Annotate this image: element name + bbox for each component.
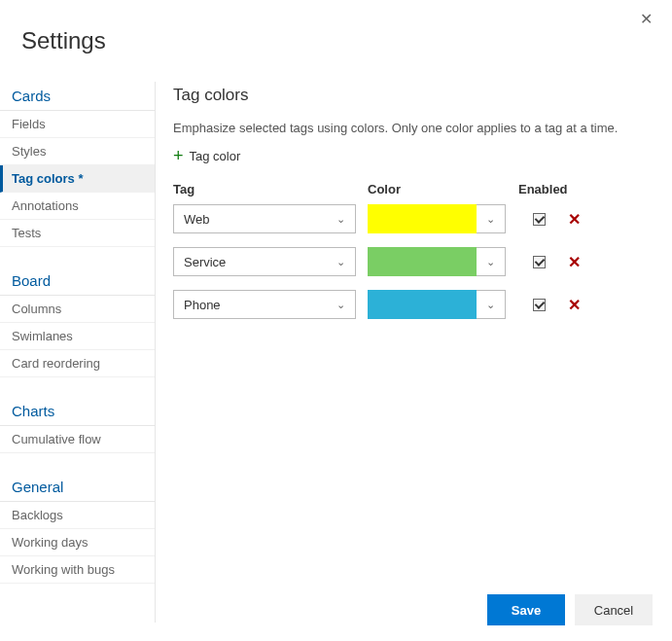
color-swatch[interactable] xyxy=(368,247,477,276)
col-header-color: Color xyxy=(368,182,518,196)
color-dropdown[interactable]: ⌄ xyxy=(477,290,506,319)
sidebar-section-cards[interactable]: Cards xyxy=(0,82,155,111)
tag-color-row: Service ⌄ ⌄ ✕ xyxy=(173,247,649,276)
sidebar-item-working-with-bugs[interactable]: Working with bugs xyxy=(0,556,155,584)
plus-icon: + xyxy=(173,147,184,164)
color-dropdown[interactable]: ⌄ xyxy=(477,204,506,233)
sidebar-item-working-days[interactable]: Working days xyxy=(0,529,155,556)
sidebar-item-tag-colors[interactable]: Tag colors * xyxy=(0,165,155,193)
tag-select-value: Service xyxy=(184,255,226,269)
enabled-checkbox[interactable] xyxy=(533,299,546,311)
close-icon: ✕ xyxy=(568,253,581,271)
sidebar-section-general[interactable]: General xyxy=(0,473,155,502)
delete-row-button[interactable]: ✕ xyxy=(568,253,581,271)
chevron-down-icon: ⌄ xyxy=(486,299,495,311)
footer: Save Cancel xyxy=(487,594,653,625)
main-title: Tag colors xyxy=(173,82,649,121)
color-dropdown[interactable]: ⌄ xyxy=(477,247,506,276)
delete-row-button[interactable]: ✕ xyxy=(568,296,581,314)
chevron-down-icon: ⌄ xyxy=(486,256,495,268)
tag-select[interactable]: Phone ⌄ xyxy=(173,290,356,319)
sidebar-item-card-reordering[interactable]: Card reordering xyxy=(0,350,155,377)
close-icon[interactable]: ✕ xyxy=(640,12,653,27)
sidebar-item-swimlanes[interactable]: Swimlanes xyxy=(0,323,155,350)
add-tag-color-button[interactable]: + Tag color xyxy=(173,147,240,164)
chevron-down-icon: ⌄ xyxy=(336,256,345,268)
tag-select-value: Web xyxy=(184,212,210,227)
chevron-down-icon: ⌄ xyxy=(336,299,345,311)
color-swatch[interactable] xyxy=(368,290,477,319)
sidebar-item-tests[interactable]: Tests xyxy=(0,220,155,247)
col-header-enabled: Enabled xyxy=(518,182,586,196)
tag-select-value: Phone xyxy=(184,298,221,312)
cancel-button[interactable]: Cancel xyxy=(575,594,653,625)
sidebar-item-columns[interactable]: Columns xyxy=(0,296,155,323)
enabled-checkbox[interactable] xyxy=(533,213,546,226)
add-tag-color-label: Tag color xyxy=(190,149,241,163)
tag-select[interactable]: Web ⌄ xyxy=(173,204,356,233)
delete-row-button[interactable]: ✕ xyxy=(568,210,581,229)
sidebar-item-cumulative-flow[interactable]: Cumulative flow xyxy=(0,426,155,453)
save-button[interactable]: Save xyxy=(487,594,565,625)
close-icon: ✕ xyxy=(568,296,581,314)
sidebar-item-backlogs[interactable]: Backlogs xyxy=(0,502,155,529)
page-title: Settings xyxy=(0,0,672,82)
sidebar-item-fields[interactable]: Fields xyxy=(0,111,155,138)
enabled-checkbox[interactable] xyxy=(533,256,546,268)
main-description: Emphasize selected tags using colors. On… xyxy=(173,121,649,135)
close-icon: ✕ xyxy=(568,210,581,229)
sidebar-item-annotations[interactable]: Annotations xyxy=(0,193,155,220)
sidebar-section-board[interactable]: Board xyxy=(0,267,155,296)
tag-color-row: Web ⌄ ⌄ ✕ xyxy=(173,204,649,233)
sidebar-item-styles[interactable]: Styles xyxy=(0,138,155,165)
tag-select[interactable]: Service ⌄ xyxy=(173,247,356,276)
sidebar-section-charts[interactable]: Charts xyxy=(0,397,155,426)
chevron-down-icon: ⌄ xyxy=(336,213,345,226)
main-panel: Tag colors Emphasize selected tags using… xyxy=(156,82,672,623)
grid-header: Tag Color Enabled xyxy=(173,182,649,204)
chevron-down-icon: ⌄ xyxy=(486,213,495,226)
color-swatch[interactable] xyxy=(368,204,477,233)
col-header-tag: Tag xyxy=(173,182,368,196)
sidebar: Cards Fields Styles Tag colors * Annotat… xyxy=(0,82,156,623)
tag-color-row: Phone ⌄ ⌄ ✕ xyxy=(173,290,649,319)
